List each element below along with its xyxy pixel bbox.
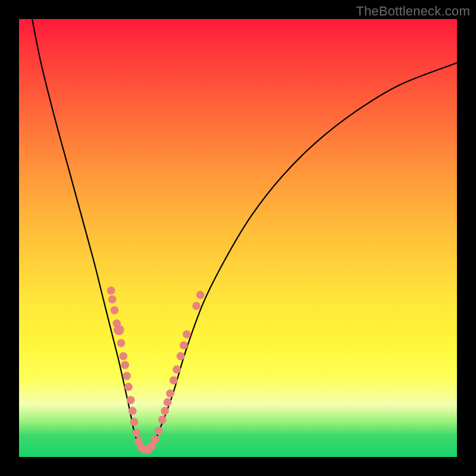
curve-marker [151, 436, 159, 444]
curve-marker [155, 427, 163, 435]
curve-marker [196, 291, 205, 299]
curve-marker [164, 398, 172, 406]
curve-marker [114, 325, 124, 336]
curve-marker [121, 361, 129, 369]
curve-marker [183, 330, 191, 339]
curve-marker [161, 407, 169, 415]
curve-marker [170, 376, 178, 384]
curve-marker [111, 306, 119, 315]
curve-marker [129, 407, 137, 415]
curve-marker [192, 302, 201, 310]
curve-marker [132, 429, 140, 437]
curve-marker [166, 389, 174, 397]
curve-marker [119, 352, 127, 361]
curve-marker [123, 372, 131, 380]
curve-marker [158, 416, 167, 424]
curve-marker [124, 383, 133, 391]
watermark-text: TheBottleneck.com [356, 4, 470, 19]
curve-marker [117, 339, 126, 347]
plot-area [19, 19, 457, 457]
curve-marker [107, 286, 115, 295]
curve-marker [180, 341, 188, 349]
curve-marker [127, 396, 135, 404]
curve-marker [130, 418, 139, 426]
curve-marker [108, 295, 117, 303]
chart-frame: TheBottleneck.com [0, 0, 476, 476]
curve-marker [177, 352, 185, 361]
curve-marker [173, 365, 181, 374]
bottleneck-curve [32, 19, 457, 450]
curve-svg [19, 19, 457, 457]
